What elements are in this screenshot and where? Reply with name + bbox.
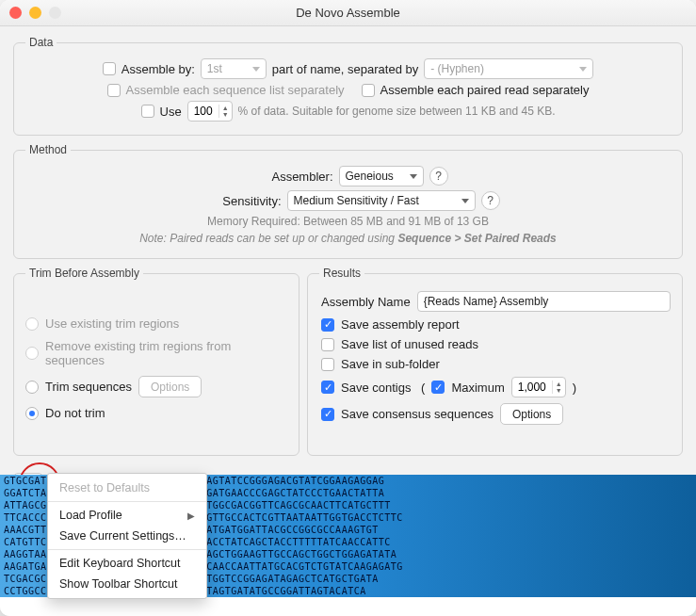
titlebar: De Novo Assemble (0, 0, 696, 26)
group-results: Results Assembly Name Save assembly repo… (307, 267, 683, 456)
each-paired-checkbox[interactable] (362, 84, 375, 97)
minimize-icon[interactable] (29, 7, 41, 19)
close-icon[interactable] (9, 7, 22, 19)
gear-menu: Reset to Defaults Load Profile ▶ Save Cu… (47, 473, 207, 599)
assemble-by-select[interactable]: 1st (201, 58, 267, 79)
assembler-label: Assembler: (249, 170, 333, 184)
menu-show-toolbar[interactable]: Show Toolbar Shortcut (48, 574, 206, 594)
each-list-checkbox (107, 84, 121, 97)
save-report-checkbox[interactable] (321, 318, 334, 332)
save-contigs-checkbox[interactable] (321, 381, 334, 394)
save-unused-checkbox[interactable] (321, 338, 334, 351)
zoom-icon (49, 7, 61, 19)
use-label: Use (160, 105, 182, 119)
assemble-by-label: Assemble by: (121, 62, 195, 76)
assembler-help-icon[interactable]: ? (429, 167, 448, 186)
use-checkbox[interactable] (141, 105, 154, 118)
trim-remove-existing-radio (25, 347, 39, 360)
assembly-name-input[interactable] (417, 291, 671, 312)
consensus-options-button[interactable]: Options (500, 403, 563, 425)
paired-note: Note: Paired reads can be set up or chan… (139, 232, 557, 245)
chevron-right-icon: ▶ (187, 511, 195, 521)
menu-save-current[interactable]: Save Current Settings… (48, 526, 206, 546)
dialog-window: De Novo Assemble Data Assemble by: 1st p… (0, 0, 696, 616)
group-data-legend: Data (25, 36, 57, 49)
group-trim-legend: Trim Before Assembly (25, 267, 143, 280)
window-title: De Novo Assemble (296, 6, 400, 20)
assembly-name-label: Assembly Name (321, 295, 411, 309)
save-consensus-checkbox[interactable] (321, 408, 334, 421)
assemble-by-checkbox[interactable] (103, 62, 116, 75)
save-contigs-label: Save contigs (341, 381, 411, 395)
trim-use-existing-label: Use existing trim regions (45, 316, 179, 331)
each-list-label: Assemble each sequence list separately (126, 83, 345, 97)
do-not-trim-label: Do not trim (45, 406, 105, 420)
save-subfolder-label: Save in sub-folder (341, 357, 440, 371)
separator-select[interactable]: - (Hyphen) (424, 58, 593, 79)
save-unused-label: Save list of unused reads (341, 337, 478, 351)
window-controls (9, 7, 61, 19)
columns: Trim Before Assembly Use existing trim r… (13, 267, 683, 463)
maximum-label: Maximum (451, 381, 504, 395)
group-method: Method Assembler: Geneious ? Sensitivity… (13, 143, 683, 259)
group-trim: Trim Before Assembly Use existing trim r… (13, 267, 299, 456)
sensitivity-select[interactable]: Medium Sensitivity / Fast (287, 190, 476, 211)
trim-options-button: Options (138, 376, 202, 397)
group-method-legend: Method (25, 143, 71, 156)
sensitivity-help-icon[interactable]: ? (481, 191, 500, 210)
trim-sequences-radio[interactable] (25, 381, 39, 394)
use-spinner[interactable]: 100 ▲▼ (187, 101, 233, 122)
save-report-label: Save assembly report (341, 317, 460, 332)
each-paired-label: Assemble each paired read separately (380, 83, 590, 97)
do-not-trim-radio[interactable] (25, 407, 39, 420)
maximum-checkbox[interactable] (431, 381, 445, 394)
save-consensus-label: Save consensus sequences (341, 407, 494, 421)
sensitivity-label: Sensitivity: (197, 194, 282, 208)
group-results-legend: Results (319, 267, 364, 280)
save-subfolder-checkbox[interactable] (321, 358, 334, 371)
part-of-name-label: part of name, separated by (272, 62, 418, 76)
trim-use-existing-radio (25, 317, 39, 331)
trim-remove-existing-label: Remove existing trim regions from sequen… (45, 339, 287, 367)
maximum-spinner[interactable]: 1,000 ▲▼ (511, 377, 566, 397)
menu-load-profile[interactable]: Load Profile ▶ (48, 505, 206, 526)
memory-note: Memory Required: Between 85 MB and 91 MB… (207, 215, 489, 228)
menu-edit-shortcut[interactable]: Edit Keyboard Shortcut (48, 553, 206, 574)
group-data: Data Assemble by: 1st part of name, sepa… (13, 36, 683, 136)
trim-sequences-label: Trim sequences (45, 380, 132, 394)
menu-reset-defaults: Reset to Defaults (48, 478, 206, 498)
use-note: % of data. Suitable for genome size betw… (238, 105, 556, 118)
assembler-select[interactable]: Geneious (339, 166, 424, 186)
